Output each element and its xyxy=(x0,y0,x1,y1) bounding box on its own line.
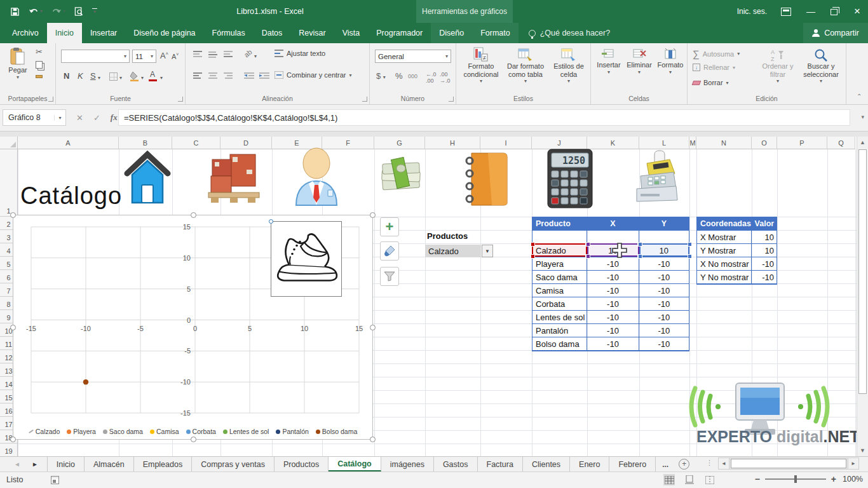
vertical-scrollbar[interactable]: ▲ ▼ xyxy=(857,137,868,456)
comma-style-icon[interactable]: 000 xyxy=(408,73,417,79)
wrap-text-button[interactable]: Ajustar texto xyxy=(275,50,325,57)
row-header-19[interactable]: 19 xyxy=(0,444,18,456)
calculator-icon[interactable]: 1250 xyxy=(545,148,595,211)
formula-bar-expand-icon[interactable]: ▾ xyxy=(861,114,864,120)
sheet-tab-empleados[interactable]: Empleados xyxy=(134,457,193,471)
page-break-view-button[interactable] xyxy=(704,474,715,485)
notebook-icon[interactable] xyxy=(463,149,512,208)
chart-handle-bl[interactable] xyxy=(10,437,16,442)
table-row[interactable]: Bolso dama-10-10 xyxy=(532,337,689,351)
cell-bolso-dama-y[interactable]: -10 xyxy=(639,337,689,351)
normal-view-button[interactable] xyxy=(663,474,675,485)
cell-x-no-mostrar[interactable]: X No mostrar xyxy=(697,257,752,271)
table-row[interactable]: Y Mostrar10 xyxy=(697,244,776,257)
decrease-indent-icon[interactable] xyxy=(244,72,254,82)
sheet-tab-compras-y-ventas[interactable]: Compras y ventas xyxy=(192,457,275,471)
align-right-icon[interactable] xyxy=(224,72,233,82)
zoom-out-icon[interactable]: − xyxy=(755,475,760,484)
font-dialog-launcher[interactable] xyxy=(178,97,183,102)
sheet-tab-imágenes[interactable]: imágenes xyxy=(381,457,434,471)
money-icon[interactable] xyxy=(379,157,423,198)
cell-corbata-y[interactable]: -10 xyxy=(639,297,689,311)
bold-button[interactable]: N xyxy=(64,71,69,81)
tell-me-box[interactable]: ¿Qué desea hacer? xyxy=(529,23,611,43)
table-row[interactable]: Saco dama-10-10 xyxy=(532,271,689,284)
name-box-dropdown[interactable]: ▾ xyxy=(54,115,65,121)
format-cells-button[interactable]: Formato▾ xyxy=(656,48,685,75)
column-header-A[interactable]: A xyxy=(18,137,119,149)
horizontal-scroll-thumb[interactable] xyxy=(731,459,846,468)
cancel-entry-icon[interactable]: ✕ xyxy=(76,113,83,123)
decrease-decimal-icon[interactable]: .00→.0 xyxy=(440,71,451,84)
column-header-C[interactable]: C xyxy=(172,137,220,149)
table-row[interactable]: Camisa-10-10 xyxy=(532,284,689,297)
ribbon-tab-programador[interactable]: Programador xyxy=(368,23,431,43)
currency-icon[interactable]: $ ▾ xyxy=(376,71,386,81)
product-dropdown-arrow[interactable]: ▼ xyxy=(482,245,493,257)
worksheet-grid[interactable]: ABCDEFGHIJKLMNOPQ 1234567891011121314151… xyxy=(0,137,857,456)
ribbon-tab-inicio[interactable]: Inicio xyxy=(47,23,82,43)
column-header-P[interactable]: P xyxy=(777,137,827,149)
italic-button[interactable]: K xyxy=(78,71,83,81)
autosum-button[interactable]: ∑ Autosuma▾ xyxy=(693,48,740,59)
chart-styles-button[interactable] xyxy=(380,241,399,261)
zoom-slider-thumb[interactable] xyxy=(794,475,797,483)
cell-saco-dama-y[interactable]: -10 xyxy=(639,271,689,284)
cell-pantalón-x[interactable]: -10 xyxy=(587,324,639,337)
legend-item-playera[interactable]: Playera xyxy=(67,428,96,435)
hscroll-left-icon[interactable]: ◄ xyxy=(718,458,729,470)
cell-bolso-dama-producto[interactable]: Bolso dama xyxy=(532,337,587,351)
align-top-icon[interactable] xyxy=(193,51,202,60)
fill-button[interactable]: ↓ Rellenar▾ xyxy=(693,64,735,71)
chart-handle-ml[interactable] xyxy=(10,325,16,330)
cell-x-mostrar[interactable]: X Mostrar xyxy=(697,231,752,244)
zoom-slider[interactable] xyxy=(765,478,826,480)
column-header-D[interactable]: D xyxy=(220,137,272,149)
underline-button[interactable]: S xyxy=(90,71,96,81)
cell-bolso-dama-x[interactable]: -10 xyxy=(587,337,639,351)
hscroll-right-icon[interactable]: ► xyxy=(848,458,859,470)
sheet-tab-inicio[interactable]: Inicio xyxy=(48,457,85,471)
column-header-L[interactable]: L xyxy=(639,137,689,149)
sheet-title-cell[interactable]: Catálogo xyxy=(20,182,122,210)
cell-pantalón-producto[interactable]: Pantalón xyxy=(532,324,587,337)
product-table[interactable]: ProductoXYCalzado1010Playera-10-10Saco d… xyxy=(532,217,689,351)
scatter-chart[interactable]: -15-10-5051015-15-10-5051015 CalzadoPlay… xyxy=(13,215,373,440)
ribbon-tab-archivo[interactable]: Archivo xyxy=(4,23,47,43)
ribbon-tab-formato[interactable]: Formato xyxy=(472,23,519,43)
legend-item-bolso-dama[interactable]: Bolso dama xyxy=(316,428,357,435)
scroll-down-icon[interactable]: ▼ xyxy=(858,447,867,454)
copy-icon[interactable] xyxy=(36,61,43,69)
table-row[interactable]: Lentes de sol-10-10 xyxy=(532,311,689,324)
format-painter-icon[interactable] xyxy=(36,75,43,78)
chart-handle-br[interactable] xyxy=(370,437,376,442)
align-middle-icon[interactable] xyxy=(208,51,217,60)
column-header-Q[interactable]: Q xyxy=(827,137,855,149)
cell-playera-y[interactable]: -10 xyxy=(639,257,689,271)
series-range-highlight-producto[interactable] xyxy=(532,243,587,257)
number-format-combo[interactable]: General▾ xyxy=(375,50,451,63)
column-header-O[interactable]: O xyxy=(752,137,777,149)
table-row[interactable]: X No mostrar-10 xyxy=(697,257,776,271)
print-preview-icon[interactable] xyxy=(74,7,83,17)
sign-in-link[interactable]: Inic. ses. xyxy=(737,7,767,16)
alignment-dialog-launcher[interactable] xyxy=(362,97,367,102)
table-row[interactable]: X Mostrar10 xyxy=(697,231,776,244)
font-size-combo[interactable]: 11▾ xyxy=(132,50,156,63)
cell-playera-producto[interactable]: Playera xyxy=(532,257,587,271)
ribbon-tab-revisar[interactable]: Revisar xyxy=(290,23,334,43)
customize-qat-button[interactable]: ▾ xyxy=(92,8,97,15)
conditional-formatting-button[interactable]: ≠ Formato condicional▾ xyxy=(460,47,502,84)
sheet-tab-enero[interactable]: Enero xyxy=(570,457,609,471)
shipping-boxes-icon[interactable] xyxy=(205,151,262,208)
page-layout-view-button[interactable] xyxy=(684,474,695,485)
chart-elements-button[interactable]: + xyxy=(380,217,399,236)
cell-lentes-de-sol-y[interactable]: -10 xyxy=(639,311,689,324)
ribbon-tab-datos[interactable]: Datos xyxy=(254,23,291,43)
picture-selection-handle[interactable] xyxy=(269,219,273,224)
name-box[interactable]: Gráfico 8 ▾ xyxy=(3,109,66,126)
cell-camisa-x[interactable]: -10 xyxy=(587,284,639,297)
find-select-button[interactable]: Buscar y seleccionar▾ xyxy=(799,48,843,84)
percent-icon[interactable]: % xyxy=(395,71,403,81)
legend-item-lentes-de-sol[interactable]: Lentes de sol xyxy=(223,428,269,435)
